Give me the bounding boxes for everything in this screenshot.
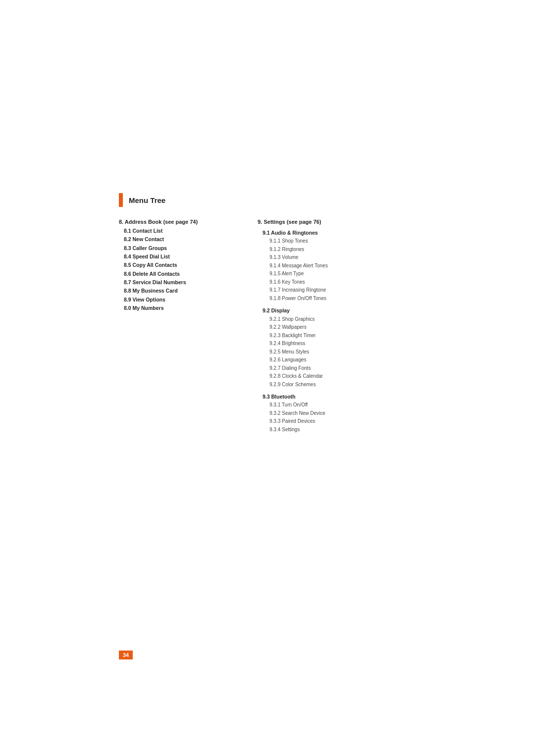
subitem-926: 9.2.6 Languages	[258, 356, 376, 364]
subitem-924: 9.2.4 Brightness	[258, 340, 376, 348]
subitem-914: 9.1.4 Message Alert Tones	[258, 262, 376, 270]
right-column: 9. Settings (see page 76) 9.1 Audio & Ri…	[258, 219, 376, 434]
subsection-92: 9.2 Display 9.2.1 Shop Graphics 9.2.2 Wa…	[258, 306, 376, 389]
section-title-wrapper: Menu Tree	[119, 193, 376, 207]
page-number: 34	[119, 651, 133, 659]
left-column-heading: 8. Address Book (see page 74)	[119, 219, 218, 225]
subsection-91: 9.1 Audio & Ringtones 9.1.1 Shop Tones 9…	[258, 229, 376, 302]
subitem-917: 9.1.7 Increasing Ringtone	[258, 286, 376, 295]
left-item-6: 8.6 Delete All Contacts	[119, 270, 218, 278]
subsection-93-title: 9.3 Bluetooth	[258, 393, 376, 401]
subitem-927: 9.2.7 Dialing Fonts	[258, 364, 376, 373]
subsection-91-title: 9.1 Audio & Ringtones	[258, 229, 376, 237]
subitem-916: 9.1.6 Key Tones	[258, 278, 376, 287]
subitem-921: 9.2.1 Shop Graphics	[258, 315, 376, 324]
content-columns: 8. Address Book (see page 74) 8.1 Contac…	[119, 219, 376, 434]
subitem-918: 9.1.8 Power On/Off Tones	[258, 295, 376, 303]
left-item-4: 8.4 Speed Dial List	[119, 252, 218, 261]
left-item-8: 8.8 My Business Card	[119, 287, 218, 295]
subsection-93: 9.3 Bluetooth 9.3.1 Turn On/Off 9.3.2 Se…	[258, 393, 376, 434]
left-item-10: 8.0 My Numbers	[119, 304, 218, 312]
menu-tree-section: Menu Tree 8. Address Book (see page 74) …	[119, 193, 376, 434]
subitem-911: 9.1.1 Shop Tones	[258, 237, 376, 246]
subitem-931: 9.3.1 Turn On/Off	[258, 401, 376, 409]
orange-bar-accent	[119, 193, 123, 207]
left-item-2: 8.2 New Contact	[119, 235, 218, 244]
left-item-1: 8.1 Contact List	[119, 227, 218, 235]
right-column-heading: 9. Settings (see page 76)	[258, 219, 376, 225]
subitem-912: 9.1.2 Ringtones	[258, 246, 376, 254]
left-column: 8. Address Book (see page 74) 8.1 Contac…	[119, 219, 218, 312]
page-container: Menu Tree 8. Address Book (see page 74) …	[0, 0, 535, 756]
left-item-3: 8.3 Caller Groups	[119, 244, 218, 252]
subsection-92-title: 9.2 Display	[258, 306, 376, 315]
left-item-5: 8.5 Copy All Contacts	[119, 261, 218, 269]
left-item-9: 8.9 View Options	[119, 296, 218, 304]
subitem-932: 9.3.2 Search New Device	[258, 409, 376, 418]
section-title: Menu Tree	[129, 196, 165, 204]
subitem-928: 9.2.8 Clocks & Calendar	[258, 372, 376, 381]
subitem-925: 9.2.5 Menu Styles	[258, 348, 376, 356]
subitem-923: 9.2.3 Backlight Timer	[258, 332, 376, 340]
subitem-915: 9.1.5 Alert Type	[258, 270, 376, 278]
subitem-934: 9.3.4 Settings	[258, 426, 376, 434]
subitem-929: 9.2.9 Color Schemes	[258, 381, 376, 389]
subitem-913: 9.1.3 Volume	[258, 253, 376, 262]
subitem-933: 9.3.3 Paired Devices	[258, 417, 376, 426]
subitem-922: 9.2.2 Wallpapers	[258, 323, 376, 332]
left-item-7: 8.7 Service Dial Numbers	[119, 278, 218, 287]
